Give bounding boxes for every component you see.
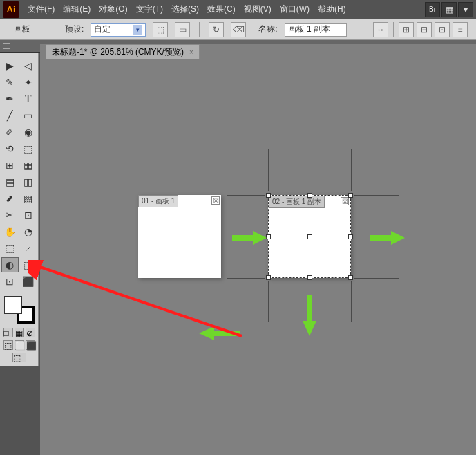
orient-landscape-button[interactable]: ▭ <box>175 22 190 37</box>
pen-tool[interactable]: ✒ <box>1 91 19 106</box>
bridge-button[interactable]: Br <box>425 2 440 17</box>
guide-line <box>351 281 352 322</box>
slice-tool[interactable]: ⬚ <box>20 257 37 272</box>
annotation-arrow-right-icon <box>232 231 267 245</box>
none-mode-button[interactable]: ⊘ <box>26 328 35 337</box>
lasso-tool[interactable]: ✦ <box>20 75 37 90</box>
zoom-tool[interactable]: ⬛ <box>20 274 37 289</box>
separator <box>393 22 394 37</box>
color-swatch-area: □ ▦ ⊘ ⬚ ⬜ ⬛ ⬚ <box>0 290 38 366</box>
svg-marker-3 <box>199 326 240 340</box>
options-button-1[interactable]: ⊞ <box>399 22 414 37</box>
resize-handle[interactable] <box>307 193 312 198</box>
preset-value: 自定 <box>94 24 111 35</box>
name-label: 名称: <box>258 24 277 35</box>
new-artboard-button[interactable]: ↻ <box>209 22 224 37</box>
rectangle-tool[interactable]: ▭ <box>20 108 37 123</box>
resize-handle[interactable] <box>266 275 271 280</box>
magic-wand-tool[interactable]: ✎ <box>1 75 19 90</box>
artboard-1-label: 01 - 画板 1 <box>138 195 178 207</box>
normal-draw-button[interactable]: ⬚ <box>3 340 13 350</box>
menu-select[interactable]: 选择(S) <box>167 2 203 17</box>
orient-portrait-button[interactable]: ⬚ <box>153 22 168 37</box>
menubar: Ai 文件(F) 编辑(E) 对象(O) 文字(T) 选择(S) 效果(C) 视… <box>0 0 476 19</box>
menu-window[interactable]: 窗口(W) <box>276 2 314 17</box>
guide-line <box>268 149 269 191</box>
eyedropper-tool[interactable]: ✋ <box>1 224 19 239</box>
blob-brush-tool[interactable]: ⟲ <box>1 141 19 156</box>
document-title: 未标题-1* @ 205.61% (CMYK/预览) <box>52 46 184 58</box>
separator <box>199 22 200 37</box>
svg-marker-1 <box>370 231 405 245</box>
preset-dropdown[interactable]: 自定 ▾ <box>91 23 146 37</box>
line-tool[interactable]: ╱ <box>1 108 19 123</box>
resize-handle[interactable] <box>307 275 312 280</box>
move-with-artboard-button[interactable]: ↔ <box>373 22 388 37</box>
workspace-switcher[interactable]: ▾ <box>458 2 473 17</box>
guide-line <box>354 195 399 196</box>
document-workspace: 未标题-1* @ 205.61% (CMYK/预览) × 01 - 画板 1 ☒… <box>40 44 476 455</box>
guide-line <box>227 195 265 196</box>
toolbox-panel: ▶ ◁ ✎ ✦ ✒ T ╱ ▭ ✐ ◉ ⟲ ⬚ ⊞ ▦ ▤ ▥ ⬈ ▧ ✂ ⊡ … <box>0 53 39 366</box>
document-tab[interactable]: 未标题-1* @ 205.61% (CMYK/预览) × <box>46 44 200 59</box>
artboard-options-button[interactable]: ≡ <box>453 22 468 37</box>
shape-builder-tool[interactable]: ⬈ <box>1 191 19 206</box>
menu-edit[interactable]: 编辑(E) <box>59 2 95 17</box>
artboard-close-icon[interactable]: ☒ <box>211 196 220 205</box>
annotation-arrow-right-icon <box>370 231 405 245</box>
direct-selection-tool[interactable]: ◁ <box>20 58 37 73</box>
resize-handle[interactable] <box>266 234 271 239</box>
pencil-tool[interactable]: ◉ <box>20 124 37 140</box>
artboard-1[interactable]: 01 - 画板 1 ☒ <box>138 195 221 278</box>
options-bar: 画板 预设: 自定 ▾ ⬚ ▭ ↻ ⌫ 名称: 画板 1 副本 ↔ ⊞ ⊟ ⊡ … <box>0 19 476 40</box>
artboard-2-selected[interactable]: 02 - 画板 1 副本 ☒ <box>268 195 351 278</box>
draw-behind-button[interactable]: ⬜ <box>15 340 24 350</box>
resize-handle[interactable] <box>348 234 353 239</box>
mesh-tool[interactable]: ✂ <box>1 207 19 223</box>
artboard-tool[interactable]: ◐ <box>1 257 19 272</box>
width-tool[interactable]: ▤ <box>1 174 19 189</box>
menu-type[interactable]: 文字(T) <box>132 2 167 17</box>
color-mode-button[interactable]: □ <box>3 328 13 337</box>
scale-tool[interactable]: ▦ <box>20 158 37 173</box>
type-tool[interactable]: T <box>20 91 37 106</box>
column-graph-tool[interactable]: ⟋ <box>20 241 37 256</box>
delete-artboard-button[interactable]: ⌫ <box>231 22 246 37</box>
arrange-button[interactable]: ▦ <box>441 2 457 17</box>
rotate-tool[interactable]: ⊞ <box>1 158 19 173</box>
blend-tool[interactable]: ◔ <box>20 224 37 239</box>
menu-effect[interactable]: 效果(C) <box>203 2 240 17</box>
guide-line <box>227 278 265 279</box>
hand-tool[interactable]: ⊡ <box>1 274 19 289</box>
eraser-tool[interactable]: ⬚ <box>20 141 37 156</box>
menu-view[interactable]: 视图(V) <box>240 2 276 17</box>
menu-file[interactable]: 文件(F) <box>23 2 59 17</box>
gradient-tool[interactable]: ⊡ <box>20 207 37 223</box>
free-transform-tool[interactable]: ▥ <box>20 174 37 189</box>
guide-line <box>268 281 269 322</box>
center-handle[interactable] <box>307 234 312 239</box>
artboard-close-icon[interactable]: ☒ <box>341 197 349 205</box>
symbol-sprayer-tool[interactable]: ⬚ <box>1 241 19 256</box>
resize-handle[interactable] <box>348 193 353 198</box>
options-button-3[interactable]: ⊡ <box>435 22 450 37</box>
perspective-grid-tool[interactable]: ▧ <box>20 191 37 206</box>
menu-help[interactable]: 帮助(H) <box>314 2 350 17</box>
current-tool-label: 画板 <box>14 24 30 35</box>
close-icon[interactable]: × <box>189 48 193 56</box>
drag-handle-icon <box>3 42 10 50</box>
screen-mode-button[interactable]: ⬚ <box>12 353 26 362</box>
selection-tool[interactable]: ▶ <box>1 58 19 73</box>
preset-label: 预设: <box>65 24 84 35</box>
menu-object[interactable]: 对象(O) <box>95 2 131 17</box>
draw-inside-button[interactable]: ⬛ <box>26 340 35 350</box>
options-button-2[interactable]: ⊟ <box>417 22 432 37</box>
fill-swatch[interactable] <box>4 296 22 314</box>
resize-handle[interactable] <box>348 275 353 280</box>
artboard-name-input[interactable]: 画板 1 副本 <box>285 23 347 37</box>
resize-handle[interactable] <box>266 193 271 198</box>
gradient-mode-button[interactable]: ▦ <box>15 328 24 337</box>
annotation-arrow-left-icon <box>199 326 240 340</box>
canvas[interactable]: 01 - 画板 1 ☒ 02 - 画板 1 副本 ☒ <box>40 59 476 455</box>
paintbrush-tool[interactable]: ✐ <box>1 124 19 140</box>
